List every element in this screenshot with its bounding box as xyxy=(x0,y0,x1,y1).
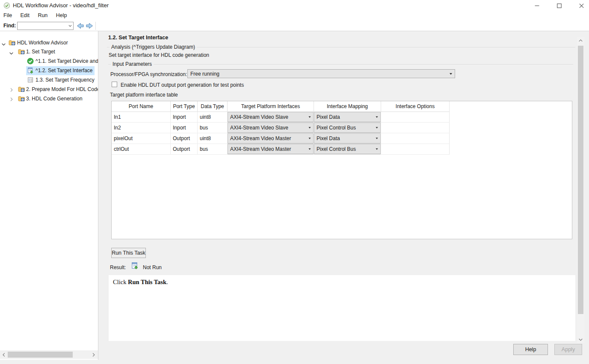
table-row: In2 Inport bus AXI4-Stream Video Slave P… xyxy=(112,123,572,133)
minimize-icon xyxy=(535,3,539,8)
interface-mapping-select[interactable]: Pixel Data xyxy=(314,112,381,122)
maximize-button[interactable] xyxy=(552,0,566,11)
tree-item-set-target-interface[interactable]: ^1.2. Set Target Interface xyxy=(0,66,98,75)
workflow-tree-panel: HDL Workflow Advisor 1. Set Target ^1.1.… xyxy=(0,31,98,360)
select-value: Pixel Data xyxy=(317,135,376,141)
tree-item-set-target-device[interactable]: ^1.1. Set Target Device and xyxy=(0,57,98,66)
tree-horizontal-scrollbar[interactable] xyxy=(0,350,98,359)
task-description: Set target interface for HDL code genera… xyxy=(109,52,209,58)
testpoint-checkbox[interactable] xyxy=(112,82,117,87)
workflow-folder-icon xyxy=(9,39,15,46)
cell-target-platform-interface: AXI4-Stream Video Slave xyxy=(228,123,314,133)
cell-data-type: uint8 xyxy=(198,112,228,123)
content-vertical-scrollbar[interactable] xyxy=(577,37,584,343)
chevron-collapsed-icon[interactable] xyxy=(10,87,13,93)
scroll-up-button[interactable] xyxy=(577,37,584,44)
arrow-right-icon xyxy=(86,23,94,29)
minimize-button[interactable] xyxy=(530,0,544,11)
target-platform-interface-select[interactable]: AXI4-Stream Video Master xyxy=(228,133,314,144)
tree-item-set-target[interactable]: 1. Set Target xyxy=(0,47,98,56)
chevron-down-icon xyxy=(450,73,452,75)
chevron-down-icon xyxy=(308,127,311,128)
cell-data-type: uint8 xyxy=(198,133,228,144)
workflow-folder-icon xyxy=(18,48,25,55)
apply-button[interactable]: Apply xyxy=(554,344,582,355)
interface-mapping-select[interactable]: Pixel Data xyxy=(314,133,381,144)
chevron-down-icon xyxy=(308,138,311,139)
chevron-expanded-icon[interactable] xyxy=(9,50,13,56)
chevron-expanded-icon[interactable] xyxy=(2,41,6,47)
interface-mapping-select[interactable]: Pixel Control Bus xyxy=(314,144,381,154)
tree-item-label: 1. Set Target xyxy=(26,49,55,55)
tree-item-label: 1.3. Set Target Frequency xyxy=(36,77,95,83)
select-value: AXI4-Stream Video Slave xyxy=(230,114,308,120)
input-parameters-group-border xyxy=(108,64,573,65)
scroll-down-button[interactable] xyxy=(577,336,584,343)
tree-item-prepare-model[interactable]: 2. Prepare Model For HDL Code xyxy=(0,85,98,94)
cell-port-type: Inport xyxy=(171,112,198,123)
chevron-down-icon xyxy=(376,116,378,117)
find-next-button[interactable] xyxy=(85,22,94,29)
table-row: ctrlOut Outport bus AXI4-Stream Video Ma… xyxy=(112,144,572,155)
target-platform-interface-select[interactable]: AXI4-Stream Video Slave xyxy=(228,112,314,122)
maximize-icon xyxy=(557,3,562,8)
chevron-up-icon xyxy=(579,39,583,42)
tree-item-label: ^1.1. Set Target Device and xyxy=(36,58,98,64)
find-label: Find: xyxy=(3,23,16,29)
message-prefix: Click xyxy=(113,279,128,285)
close-button[interactable] xyxy=(574,0,589,11)
analysis-group-legend: Analysis (^Triggers Update Diagram) xyxy=(110,44,197,50)
sync-label: Processor/FPGA synchronization: xyxy=(110,71,187,77)
find-toolbar: Find: xyxy=(0,21,589,31)
report-icon xyxy=(27,76,34,83)
tree-item-hdl-code-generation[interactable]: 3. HDL Code Generation xyxy=(0,94,98,103)
chevron-down-icon[interactable] xyxy=(67,25,73,27)
chevron-collapsed-icon[interactable] xyxy=(10,97,13,103)
cell-port-name: In1 xyxy=(112,112,171,123)
select-value: AXI4-Stream Video Master xyxy=(230,135,308,141)
menu-item-run[interactable]: Run xyxy=(36,11,49,20)
cell-interface-mapping: Pixel Control Bus xyxy=(314,144,381,155)
app-check-icon xyxy=(3,2,10,9)
cell-interface-options xyxy=(381,123,450,133)
table-header-row: Port Name Port Type Data Type Target Pla… xyxy=(112,101,572,112)
menubar: File Edit Run Help xyxy=(0,11,589,21)
menu-item-file[interactable]: File xyxy=(2,11,13,20)
workflow-folder-icon xyxy=(18,95,25,102)
scroll-left-button[interactable] xyxy=(0,350,7,359)
scroll-right-button[interactable] xyxy=(90,350,97,359)
cell-port-type: Outport xyxy=(171,133,198,144)
find-previous-button[interactable] xyxy=(76,22,84,29)
interface-mapping-select[interactable]: Pixel Control Bus xyxy=(314,123,381,133)
cell-interface-mapping: Pixel Data xyxy=(314,133,381,144)
cell-interface-options xyxy=(381,133,450,144)
find-combobox[interactable] xyxy=(17,22,74,30)
menu-item-help[interactable]: Help xyxy=(55,11,68,20)
tree-item-set-target-frequency[interactable]: 1.3. Set Target Frequency xyxy=(0,76,98,85)
scrollbar-thumb[interactable] xyxy=(578,46,583,314)
result-label: Result: xyxy=(110,264,126,270)
interface-table-label: Target platform interface table xyxy=(110,92,178,98)
find-input[interactable] xyxy=(18,23,67,29)
select-value: AXI4-Stream Video Slave xyxy=(230,125,308,131)
cell-port-name: pixelOut xyxy=(112,133,171,144)
window-title: HDL Workflow Advisor - video/hdl_filter xyxy=(13,0,109,11)
tree-item-hdl-workflow-advisor[interactable]: HDL Workflow Advisor xyxy=(0,38,98,47)
column-header-interface-mapping: Interface Mapping xyxy=(314,101,381,112)
target-platform-interface-select[interactable]: AXI4-Stream Video Slave xyxy=(228,123,314,133)
column-header-target-platform-interfaces: Target Platform Interfaces xyxy=(228,101,314,112)
select-value: Pixel Control Bus xyxy=(317,146,376,152)
select-value: Pixel Control Bus xyxy=(317,125,376,131)
cell-port-type: Inport xyxy=(171,123,198,133)
help-button[interactable]: Help xyxy=(513,344,548,355)
task-run-icon xyxy=(131,262,139,270)
scrollbar-thumb[interactable] xyxy=(8,352,73,358)
table-row: pixelOut Outport uint8 AXI4-Stream Video… xyxy=(112,133,572,144)
sync-select[interactable]: Free running xyxy=(187,69,455,78)
run-this-task-button[interactable]: Run This Task xyxy=(111,248,146,258)
target-platform-interface-select[interactable]: AXI4-Stream Video Master xyxy=(228,144,314,154)
menu-item-edit[interactable]: Edit xyxy=(19,11,31,20)
chevron-down-icon xyxy=(376,148,378,150)
cell-data-type: bus xyxy=(198,123,228,133)
cell-data-type: bus xyxy=(198,144,228,155)
